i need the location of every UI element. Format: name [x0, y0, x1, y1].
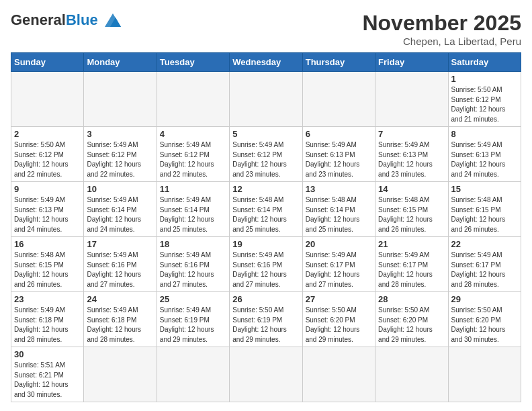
day-info: Sunrise: 5:49 AM Sunset: 6:16 PM Dayligh…	[232, 250, 299, 289]
day-cell	[84, 347, 157, 402]
week-row-2: 2Sunrise: 5:50 AM Sunset: 6:12 PM Daylig…	[11, 127, 521, 182]
day-number: 18	[160, 239, 226, 249]
day-cell: 23Sunrise: 5:49 AM Sunset: 6:18 PM Dayli…	[11, 292, 84, 347]
week-row-4: 16Sunrise: 5:48 AM Sunset: 6:15 PM Dayli…	[11, 237, 521, 292]
day-info: Sunrise: 5:49 AM Sunset: 6:19 PM Dayligh…	[160, 306, 226, 345]
day-cell	[230, 72, 302, 127]
day-info: Sunrise: 5:49 AM Sunset: 6:14 PM Dayligh…	[160, 195, 226, 234]
week-row-5: 23Sunrise: 5:49 AM Sunset: 6:18 PM Dayli…	[11, 292, 521, 347]
day-cell	[157, 347, 229, 402]
day-info: Sunrise: 5:49 AM Sunset: 6:13 PM Dayligh…	[306, 140, 372, 179]
day-header-tuesday: Tuesday	[157, 53, 229, 72]
day-cell: 5Sunrise: 5:49 AM Sunset: 6:12 PM Daylig…	[230, 127, 302, 182]
day-info: Sunrise: 5:49 AM Sunset: 6:12 PM Dayligh…	[160, 140, 226, 179]
day-info: Sunrise: 5:49 AM Sunset: 6:12 PM Dayligh…	[232, 140, 299, 179]
day-cell: 28Sunrise: 5:50 AM Sunset: 6:20 PM Dayli…	[375, 292, 448, 347]
day-cell: 24Sunrise: 5:49 AM Sunset: 6:18 PM Dayli…	[84, 292, 157, 347]
logo-icon	[101, 11, 125, 30]
day-info: Sunrise: 5:49 AM Sunset: 6:13 PM Dayligh…	[378, 140, 445, 179]
day-number: 11	[160, 184, 226, 194]
day-cell: 17Sunrise: 5:49 AM Sunset: 6:16 PM Dayli…	[84, 237, 157, 292]
day-info: Sunrise: 5:49 AM Sunset: 6:13 PM Dayligh…	[14, 195, 81, 234]
day-cell: 14Sunrise: 5:48 AM Sunset: 6:15 PM Dayli…	[375, 182, 448, 237]
day-cell: 26Sunrise: 5:50 AM Sunset: 6:19 PM Dayli…	[230, 292, 302, 347]
day-number: 4	[160, 129, 226, 139]
day-cell: 8Sunrise: 5:49 AM Sunset: 6:13 PM Daylig…	[448, 127, 521, 182]
day-number: 21	[378, 239, 445, 249]
day-cell: 7Sunrise: 5:49 AM Sunset: 6:13 PM Daylig…	[375, 127, 448, 182]
logo: GeneralBlue	[11, 11, 125, 30]
day-number: 13	[306, 184, 372, 194]
day-number: 10	[87, 184, 153, 194]
day-header-monday: Monday	[84, 53, 157, 72]
day-number: 5	[232, 129, 299, 139]
week-row-3: 9Sunrise: 5:49 AM Sunset: 6:13 PM Daylig…	[11, 182, 521, 237]
day-cell: 29Sunrise: 5:50 AM Sunset: 6:20 PM Dayli…	[448, 292, 521, 347]
day-info: Sunrise: 5:50 AM Sunset: 6:12 PM Dayligh…	[451, 85, 518, 124]
day-number: 22	[451, 239, 518, 249]
day-cell: 16Sunrise: 5:48 AM Sunset: 6:15 PM Dayli…	[11, 237, 84, 292]
day-info: Sunrise: 5:48 AM Sunset: 6:15 PM Dayligh…	[14, 250, 81, 289]
location: Chepen, La Libertad, Peru	[362, 36, 521, 47]
day-cell: 13Sunrise: 5:48 AM Sunset: 6:14 PM Dayli…	[302, 182, 375, 237]
day-number: 29	[451, 294, 518, 304]
day-cell: 27Sunrise: 5:50 AM Sunset: 6:20 PM Dayli…	[302, 292, 375, 347]
day-cell: 6Sunrise: 5:49 AM Sunset: 6:13 PM Daylig…	[302, 127, 375, 182]
day-number: 14	[378, 184, 445, 194]
day-number: 27	[306, 294, 372, 304]
day-cell: 12Sunrise: 5:48 AM Sunset: 6:14 PM Dayli…	[230, 182, 302, 237]
day-cell: 30Sunrise: 5:51 AM Sunset: 6:21 PM Dayli…	[11, 347, 84, 402]
day-number: 8	[451, 129, 518, 139]
day-header-sunday: Sunday	[11, 53, 84, 72]
day-number: 28	[378, 294, 445, 304]
day-number: 19	[232, 239, 299, 249]
day-number: 24	[87, 294, 153, 304]
day-number: 3	[87, 129, 153, 139]
day-info: Sunrise: 5:48 AM Sunset: 6:14 PM Dayligh…	[232, 195, 299, 234]
week-row-6: 30Sunrise: 5:51 AM Sunset: 6:21 PM Dayli…	[11, 347, 521, 402]
day-cell	[448, 347, 521, 402]
day-number: 25	[160, 294, 226, 304]
logo-text: GeneralBlue	[11, 13, 98, 28]
day-number: 30	[14, 349, 81, 359]
day-number: 15	[451, 184, 518, 194]
day-info: Sunrise: 5:49 AM Sunset: 6:17 PM Dayligh…	[451, 250, 518, 289]
day-info: Sunrise: 5:49 AM Sunset: 6:16 PM Dayligh…	[87, 250, 153, 289]
day-cell: 25Sunrise: 5:49 AM Sunset: 6:19 PM Dayli…	[157, 292, 229, 347]
day-cell: 22Sunrise: 5:49 AM Sunset: 6:17 PM Dayli…	[448, 237, 521, 292]
header-row: SundayMondayTuesdayWednesdayThursdayFrid…	[11, 53, 521, 72]
day-header-saturday: Saturday	[448, 53, 521, 72]
day-number: 9	[14, 184, 81, 194]
day-info: Sunrise: 5:50 AM Sunset: 6:12 PM Dayligh…	[14, 140, 81, 179]
day-number: 23	[14, 294, 81, 304]
day-header-thursday: Thursday	[302, 53, 375, 72]
day-number: 7	[378, 129, 445, 139]
day-cell: 9Sunrise: 5:49 AM Sunset: 6:13 PM Daylig…	[11, 182, 84, 237]
day-info: Sunrise: 5:50 AM Sunset: 6:20 PM Dayligh…	[378, 306, 445, 345]
day-info: Sunrise: 5:49 AM Sunset: 6:12 PM Dayligh…	[87, 140, 153, 179]
day-cell	[84, 72, 157, 127]
day-info: Sunrise: 5:51 AM Sunset: 6:21 PM Dayligh…	[14, 361, 81, 400]
day-header-wednesday: Wednesday	[230, 53, 302, 72]
day-cell	[375, 72, 448, 127]
day-number: 20	[306, 239, 372, 249]
day-cell: 11Sunrise: 5:49 AM Sunset: 6:14 PM Dayli…	[157, 182, 229, 237]
day-number: 2	[14, 129, 81, 139]
day-cell	[375, 347, 448, 402]
day-info: Sunrise: 5:48 AM Sunset: 6:15 PM Dayligh…	[451, 195, 518, 234]
day-cell	[11, 72, 84, 127]
calendar-table: SundayMondayTuesdayWednesdayThursdayFrid…	[11, 52, 521, 402]
day-info: Sunrise: 5:50 AM Sunset: 6:20 PM Dayligh…	[451, 306, 518, 345]
page-header: GeneralBlue November 2025 Chepen, La Lib…	[11, 11, 521, 47]
day-info: Sunrise: 5:49 AM Sunset: 6:18 PM Dayligh…	[87, 306, 153, 345]
day-info: Sunrise: 5:48 AM Sunset: 6:15 PM Dayligh…	[378, 195, 445, 234]
day-cell: 19Sunrise: 5:49 AM Sunset: 6:16 PM Dayli…	[230, 237, 302, 292]
day-cell	[157, 72, 229, 127]
day-info: Sunrise: 5:50 AM Sunset: 6:20 PM Dayligh…	[306, 306, 372, 345]
day-cell	[230, 347, 302, 402]
day-number: 17	[87, 239, 153, 249]
day-cell	[302, 347, 375, 402]
day-info: Sunrise: 5:48 AM Sunset: 6:14 PM Dayligh…	[306, 195, 372, 234]
day-cell: 4Sunrise: 5:49 AM Sunset: 6:12 PM Daylig…	[157, 127, 229, 182]
day-info: Sunrise: 5:49 AM Sunset: 6:17 PM Dayligh…	[378, 250, 445, 289]
